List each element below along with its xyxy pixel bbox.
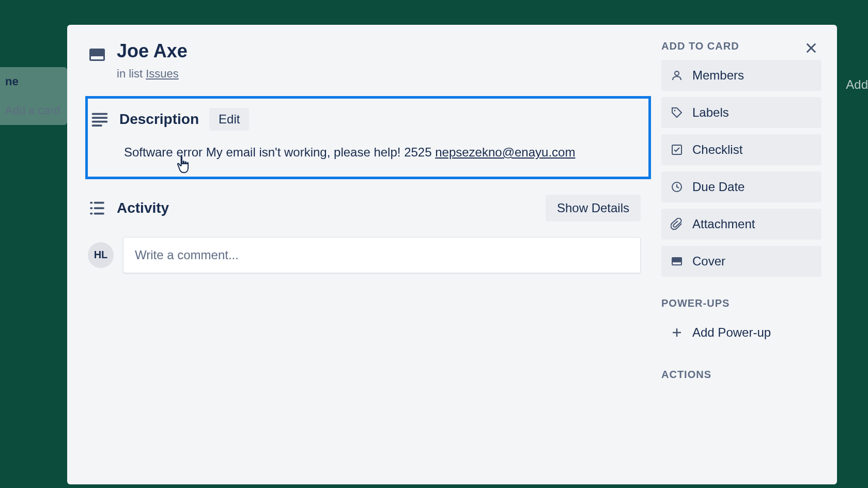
description-section: Description Edit Software error My email…: [85, 96, 651, 179]
in-list-prefix: in list: [117, 67, 146, 80]
power-ups-section: POWER-UPS Add Power-up: [661, 297, 822, 348]
members-icon: [671, 69, 683, 82]
close-button[interactable]: [798, 35, 824, 61]
labels-button[interactable]: Labels: [661, 97, 822, 128]
svg-rect-7: [673, 262, 681, 264]
activity-heading: Activity: [117, 200, 169, 216]
description-email-link[interactable]: nepsezekno@enayu.com: [435, 145, 575, 159]
show-details-button[interactable]: Show Details: [546, 195, 641, 222]
activity-section: Activity Show Details HL Write a comment…: [88, 184, 651, 284]
description-content[interactable]: Software error My email isn't working, p…: [88, 144, 638, 161]
background-list: ne Add a card: [0, 67, 67, 125]
bg-add-card: Add a card: [5, 104, 62, 117]
add-power-up-button[interactable]: Add Power-up: [661, 317, 822, 348]
attachment-icon: [671, 218, 683, 230]
card-modal: Joe Axe in list Issues Description Edit …: [67, 25, 837, 484]
clock-icon: [671, 181, 683, 193]
add-to-card-section: ADD TO CARD Members Labels Checklist Due…: [661, 40, 822, 277]
checklist-icon: [671, 144, 683, 156]
avatar[interactable]: HL: [88, 242, 114, 268]
description-heading: Description: [119, 111, 199, 128]
cover-icon: [671, 255, 683, 267]
actions-section: ACTIONS: [661, 369, 822, 381]
attachment-label: Attachment: [692, 217, 755, 231]
attachment-button[interactable]: Attachment: [661, 209, 822, 240]
comment-input[interactable]: Write a comment...: [123, 237, 641, 273]
card-title[interactable]: Joe Axe: [117, 40, 188, 62]
close-icon: [804, 41, 818, 55]
due-date-button[interactable]: Due Date: [661, 171, 822, 202]
svg-point-2: [675, 71, 679, 75]
modal-main-column: Joe Axe in list Issues Description Edit …: [67, 25, 661, 484]
due-date-label: Due Date: [692, 180, 745, 194]
description-header: Description Edit: [88, 108, 638, 131]
bg-add-list: Add: [846, 77, 868, 92]
activity-header: Activity Show Details: [88, 195, 651, 222]
add-power-up-label: Add Power-up: [692, 325, 771, 340]
labels-label: Labels: [692, 105, 729, 120]
power-ups-heading: POWER-UPS: [661, 297, 822, 309]
plus-icon: [671, 326, 683, 339]
description-text: Software error My email isn't working, p…: [124, 145, 435, 159]
members-label: Members: [692, 68, 744, 83]
bg-list-title: ne: [5, 75, 62, 88]
cover-button[interactable]: Cover: [661, 246, 822, 277]
labels-icon: [671, 106, 683, 119]
edit-description-button[interactable]: Edit: [209, 108, 249, 131]
checklist-label: Checklist: [692, 143, 742, 157]
card-list-info: in list Issues: [117, 67, 188, 81]
card-header: Joe Axe in list Issues: [88, 40, 651, 81]
modal-sidebar: ADD TO CARD Members Labels Checklist Due…: [661, 25, 837, 484]
comment-row: HL Write a comment...: [88, 237, 651, 273]
checklist-button[interactable]: Checklist: [661, 134, 822, 165]
members-button[interactable]: Members: [661, 60, 822, 91]
card-icon: [88, 40, 106, 66]
add-to-card-heading: ADD TO CARD: [661, 40, 822, 52]
activity-icon: [88, 199, 106, 217]
cover-label: Cover: [692, 254, 725, 269]
list-link[interactable]: Issues: [146, 67, 179, 80]
svg-point-3: [674, 110, 676, 112]
actions-heading: ACTIONS: [661, 369, 822, 381]
description-icon: [90, 110, 109, 129]
svg-rect-1: [91, 56, 103, 59]
